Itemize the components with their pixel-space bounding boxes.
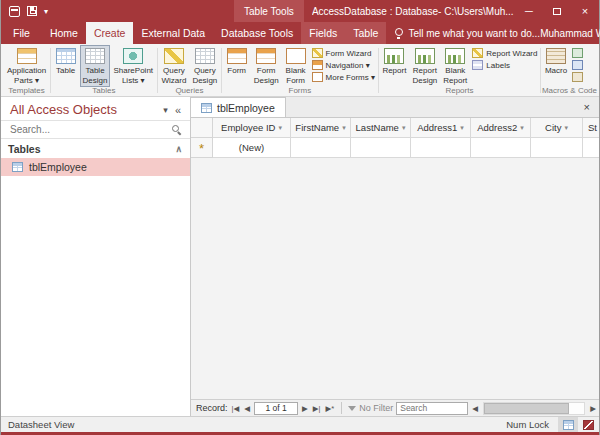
close-button[interactable]: ×: [571, 0, 599, 22]
close-document-icon[interactable]: ×: [575, 101, 599, 113]
previous-record-button[interactable]: ◀: [243, 404, 251, 413]
next-record-button[interactable]: ▶: [301, 404, 309, 413]
num-lock-indicator: Num Lock: [506, 419, 549, 430]
datasheet-view-button[interactable]: [558, 417, 578, 432]
visual-basic-icon[interactable]: [572, 72, 583, 82]
column-label: Employee ID: [221, 122, 275, 133]
nav-item-tblemployee[interactable]: tblEmployee: [1, 158, 190, 176]
column-dropdown-icon[interactable]: ▾: [564, 124, 568, 132]
column-dropdown-icon[interactable]: ▾: [402, 124, 406, 132]
column-dropdown-icon[interactable]: ▾: [520, 124, 524, 132]
status-bar: Datasheet View Num Lock: [1, 416, 599, 432]
column-header-lastname[interactable]: LastName▾: [351, 118, 411, 138]
nav-item-label: tblEmployee: [29, 161, 87, 173]
labels-icon: [472, 60, 483, 70]
column-header-firstname[interactable]: FirstName▾: [291, 118, 351, 138]
cell-employee-id[interactable]: (New): [213, 138, 291, 158]
cell-firstname[interactable]: [291, 138, 351, 158]
record-search-input[interactable]: [396, 402, 468, 415]
more-forms-button[interactable]: More Forms ▾: [312, 72, 375, 82]
navigation-button[interactable]: Navigation ▾: [312, 60, 375, 70]
scroll-right-button[interactable]: ▶: [589, 404, 597, 413]
tab-create[interactable]: Create: [86, 22, 134, 44]
class-module-icon[interactable]: [572, 60, 583, 70]
nav-section-label: Tables: [8, 143, 175, 155]
column-header-address1[interactable]: Address1▾: [411, 118, 471, 138]
tab-table[interactable]: Table: [345, 22, 386, 44]
scroll-left-button[interactable]: ◀: [471, 404, 479, 413]
current-record-input[interactable]: [254, 402, 298, 415]
cell-state[interactable]: [583, 138, 599, 158]
application-parts-button[interactable]: Application Parts ▾: [4, 45, 49, 87]
filter-indicator[interactable]: No Filter: [348, 403, 393, 413]
form-wizard-icon: [312, 48, 323, 58]
table-design-button[interactable]: Table Design: [80, 45, 111, 87]
application-parts-icon: [17, 48, 37, 64]
select-all-cell[interactable]: [191, 118, 213, 138]
column-header-state[interactable]: St: [583, 118, 599, 138]
report-wizard-label: Report Wizard: [486, 49, 537, 58]
quick-access-toolbar: ▾: [1, 6, 56, 17]
group-label-templates: Templates: [4, 85, 49, 95]
cell-lastname[interactable]: [351, 138, 411, 158]
qat-customize-caret-icon[interactable]: ▾: [44, 7, 48, 16]
nav-pane-shutter-icon[interactable]: «: [172, 104, 184, 116]
tab-database-tools[interactable]: Database Tools: [213, 22, 301, 44]
collapse-section-icon[interactable]: ∧: [175, 144, 182, 154]
tell-me-box[interactable]: Tell me what you want to do...: [394, 22, 540, 44]
maximize-button[interactable]: [543, 0, 571, 22]
cell-city[interactable]: [531, 138, 583, 158]
column-dropdown-icon[interactable]: ▾: [342, 124, 346, 132]
form-design-button[interactable]: Form Design: [251, 45, 282, 87]
new-record-selector[interactable]: *: [191, 138, 213, 158]
report-design-button[interactable]: Report Design: [409, 45, 440, 87]
minimize-button[interactable]: ─: [515, 0, 543, 22]
window-title: AccessDatabase : Database- C:\Users\Muh.…: [312, 6, 515, 17]
report-button[interactable]: Report: [379, 45, 409, 78]
table-button[interactable]: Table: [52, 45, 80, 78]
document-area: tblEmployee × Employee ID▾ FirstName▾ La…: [191, 97, 599, 416]
report-design-label: Report Design: [412, 66, 437, 85]
new-record-value: (New): [239, 142, 264, 153]
scrollbar-thumb[interactable]: [484, 403, 569, 414]
nav-search-input[interactable]: [10, 124, 171, 135]
design-view-button[interactable]: [578, 417, 598, 432]
query-design-button[interactable]: Query Design: [189, 45, 220, 87]
report-wizard-button[interactable]: Report Wizard: [472, 48, 537, 58]
blank-report-label: Blank Report: [443, 66, 467, 85]
save-icon[interactable]: [27, 6, 37, 16]
form-design-label: Form Design: [254, 66, 279, 85]
search-icon[interactable]: [171, 124, 182, 135]
tab-external-data[interactable]: External Data: [133, 22, 213, 44]
labels-button[interactable]: Labels: [472, 60, 537, 70]
form-wizard-button[interactable]: Form Wizard: [312, 48, 375, 58]
first-record-button[interactable]: |◀: [231, 404, 241, 413]
cell-address1[interactable]: [411, 138, 471, 158]
sharepoint-lists-button[interactable]: SharePoint Lists ▾: [110, 45, 156, 87]
horizontal-scrollbar[interactable]: [483, 402, 585, 415]
nav-pane-menu-caret-icon[interactable]: ▾: [159, 105, 172, 115]
column-label: LastName: [356, 122, 399, 133]
document-tab-tblemployee[interactable]: tblEmployee: [190, 97, 286, 117]
module-icon[interactable]: [572, 48, 583, 58]
user-account[interactable]: Muhammad Waqas: [540, 22, 600, 44]
blank-form-icon: [286, 48, 306, 64]
column-header-employee-id[interactable]: Employee ID▾: [213, 118, 291, 138]
blank-report-button[interactable]: Blank Report: [440, 45, 470, 87]
tab-file[interactable]: File: [1, 22, 42, 44]
last-record-button[interactable]: ▶|: [312, 404, 322, 413]
blank-form-button[interactable]: Blank Form: [282, 45, 310, 87]
column-header-address2[interactable]: Address2▾: [471, 118, 531, 138]
column-dropdown-icon[interactable]: ▾: [278, 124, 282, 132]
column-dropdown-icon[interactable]: ▾: [460, 124, 464, 132]
cell-address2[interactable]: [471, 138, 531, 158]
access-app-icon[interactable]: [9, 6, 20, 17]
new-record-button[interactable]: ▶*: [325, 404, 336, 413]
tab-home[interactable]: Home: [42, 22, 86, 44]
query-wizard-button[interactable]: Query Wizard: [158, 45, 189, 87]
tab-fields[interactable]: Fields: [301, 22, 345, 44]
form-button[interactable]: Form: [223, 45, 251, 78]
nav-section-tables[interactable]: Tables ∧: [1, 139, 190, 158]
column-header-city[interactable]: City▾: [531, 118, 583, 138]
macro-button[interactable]: Macro: [542, 45, 570, 78]
